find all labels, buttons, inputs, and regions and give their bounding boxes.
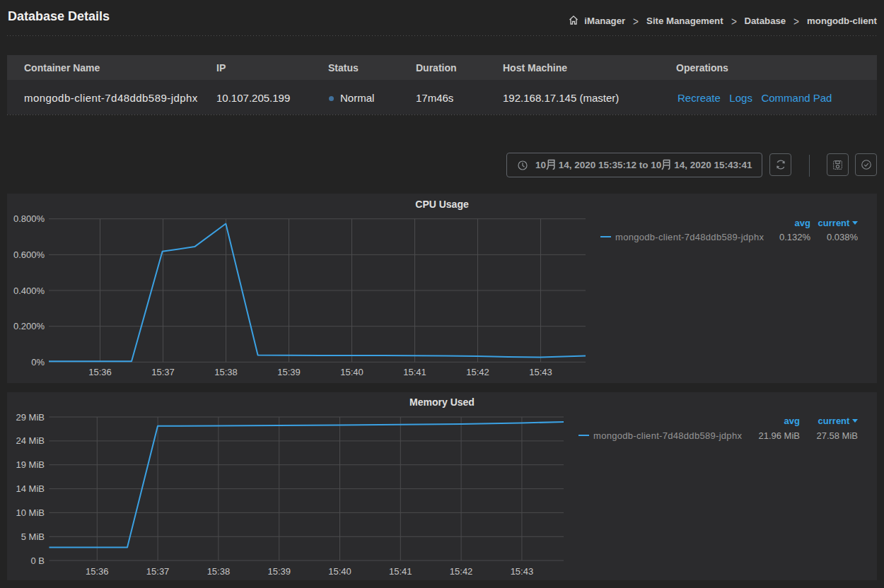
svg-text:29 MiB: 29 MiB bbox=[16, 412, 45, 423]
svg-text:CPU Usage: CPU Usage bbox=[415, 199, 469, 210]
svg-text:0.400%: 0.400% bbox=[13, 286, 45, 296]
svg-text:15:39: 15:39 bbox=[277, 367, 301, 377]
svg-text:15:40: 15:40 bbox=[340, 367, 364, 377]
svg-text:0 B: 0 B bbox=[30, 555, 45, 566]
svg-text:Memory Used: Memory Used bbox=[409, 396, 475, 408]
svg-text:15:43: 15:43 bbox=[511, 566, 534, 577]
svg-text:15:42: 15:42 bbox=[450, 566, 473, 577]
svg-text:15:41: 15:41 bbox=[389, 566, 412, 577]
svg-text:24 MiB: 24 MiB bbox=[16, 435, 45, 446]
svg-text:0.800%: 0.800% bbox=[13, 213, 45, 224]
svg-text:19 MiB: 19 MiB bbox=[16, 459, 45, 470]
svg-text:15:38: 15:38 bbox=[207, 566, 231, 577]
svg-text:0.200%: 0.200% bbox=[13, 321, 45, 331]
svg-text:15:37: 15:37 bbox=[146, 566, 170, 577]
svg-text:15:37: 15:37 bbox=[151, 367, 175, 377]
svg-text:0%: 0% bbox=[31, 357, 45, 368]
svg-text:15:41: 15:41 bbox=[403, 367, 426, 377]
svg-text:5 MiB: 5 MiB bbox=[21, 531, 45, 542]
svg-text:15:42: 15:42 bbox=[466, 367, 489, 377]
svg-text:15:38: 15:38 bbox=[214, 367, 238, 377]
svg-text:15:36: 15:36 bbox=[88, 367, 112, 377]
svg-text:15:40: 15:40 bbox=[328, 566, 351, 577]
svg-text:15:43: 15:43 bbox=[529, 367, 552, 377]
svg-text:10 MiB: 10 MiB bbox=[16, 507, 45, 518]
svg-text:15:39: 15:39 bbox=[267, 566, 291, 577]
svg-text:15:36: 15:36 bbox=[86, 566, 109, 577]
svg-text:0.600%: 0.600% bbox=[13, 249, 45, 260]
svg-text:14 MiB: 14 MiB bbox=[16, 483, 45, 494]
